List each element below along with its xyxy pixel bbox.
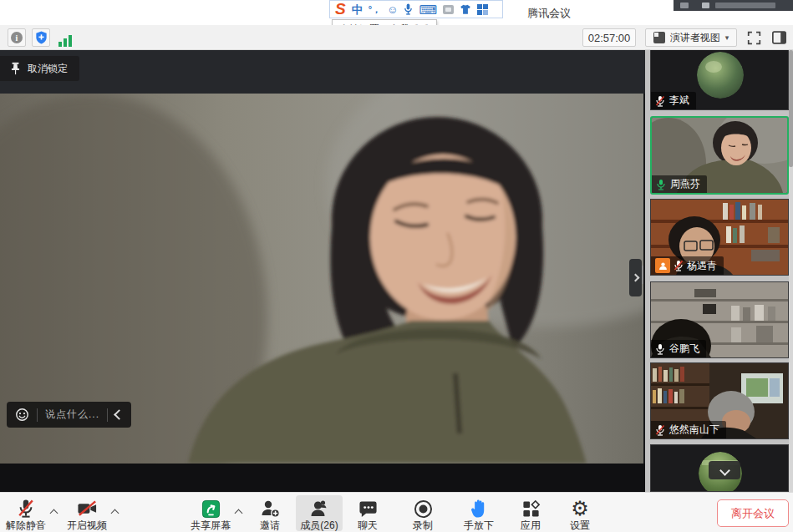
toolbox-grid-icon[interactable] [477, 4, 488, 15]
mic-on-icon [655, 343, 665, 355]
unmute-label: 解除静音 [6, 519, 46, 531]
video-options-chevron[interactable] [112, 504, 118, 519]
mic-muted-icon [655, 424, 665, 436]
background-window-fragment [674, 0, 793, 11]
invite-icon [260, 499, 280, 519]
ime-toolbar[interactable]: S 中 °， ☺ ⌨ [329, 0, 503, 18]
screen-share-icon [201, 499, 221, 519]
settings-label: 设置 [570, 519, 590, 531]
chat-icon [358, 499, 378, 519]
chevron-down-icon: ▾ [725, 33, 729, 42]
avatar [697, 52, 744, 99]
participant-tile[interactable]: 杨遇青 [650, 199, 789, 276]
members-icon [309, 499, 329, 519]
settings-button[interactable]: ⚙ 设置 [557, 495, 603, 531]
caption-input-bar[interactable]: 说点什么... [7, 402, 131, 428]
apps-label: 应用 [521, 519, 541, 531]
participant-tile[interactable]: 悠然南山下 [650, 362, 789, 439]
scroll-more-participants-button[interactable] [709, 461, 740, 479]
participant-name: 杨遇青 [687, 259, 717, 273]
mic-active-icon [656, 179, 666, 190]
chat-label: 聊天 [358, 519, 378, 531]
desktop-top-strip: S 中 °， ☺ ⌨ 个性设置，点我看看 腾讯会议 [0, 0, 793, 25]
share-screen-label: 共享屏幕 [191, 519, 231, 531]
punctuation-icon[interactable]: °， [369, 5, 381, 14]
bottom-toolbar: 解除静音 开启视频 共享屏幕 [0, 492, 793, 532]
chevron-right-icon [632, 274, 640, 282]
mic-muted-icon [655, 95, 665, 107]
invite-button[interactable]: 邀请 [247, 495, 293, 531]
keyboard-icon[interactable]: ⌨ [419, 3, 437, 16]
view-mode-label: 演讲者视图 [670, 31, 720, 45]
layout-icon [653, 32, 665, 43]
unpin-label: 取消锁定 [28, 62, 68, 76]
record-label: 录制 [413, 519, 433, 531]
disabled-tool-icon[interactable] [443, 5, 454, 14]
start-video-label: 开启视频 [67, 519, 107, 531]
chat-button[interactable]: 聊天 [344, 495, 391, 531]
record-button[interactable]: 录制 [399, 495, 446, 531]
record-icon [414, 499, 433, 519]
unmute-button[interactable]: 解除静音 [3, 495, 49, 531]
apps-icon [521, 499, 541, 519]
lower-hand-button[interactable]: 手放下 [455, 495, 502, 531]
chinese-mode-icon[interactable]: 中 [352, 4, 363, 15]
security-shield-icon[interactable] [32, 28, 50, 47]
participant-tile[interactable]: 李斌 [650, 50, 789, 110]
collapse-caption-icon[interactable] [114, 409, 125, 420]
participant-sidebar: 李斌 [645, 50, 793, 492]
emoji-smiley-icon[interactable] [15, 408, 29, 422]
members-button[interactable]: 成员(26) [296, 495, 343, 531]
sogou-logo-icon[interactable]: S [335, 1, 346, 17]
caption-placeholder[interactable]: 说点什么... [45, 408, 99, 422]
main-content: 取消锁定 说点什么... [0, 50, 793, 492]
video-letterbox-bottom [0, 464, 645, 492]
participant-name: 悠然南山下 [669, 423, 719, 437]
invite-label: 邀请 [260, 519, 280, 531]
view-mode-button[interactable]: 演讲者视图 ▾ [645, 28, 737, 47]
share-options-chevron[interactable] [236, 504, 241, 519]
meeting-timer: 02:57:00 [582, 28, 636, 47]
hand-icon [470, 499, 488, 519]
sidebar-collapse-tab[interactable] [629, 259, 642, 296]
share-screen-button[interactable]: 共享屏幕 [187, 495, 234, 531]
emoji-icon[interactable]: ☺ [387, 4, 398, 15]
leave-meeting-button[interactable]: 离开会议 [717, 499, 789, 527]
apps-button[interactable]: 应用 [507, 495, 554, 531]
skin-tshirt-icon[interactable] [460, 4, 471, 15]
meeting-info-icon[interactable]: i [8, 28, 26, 47]
mic-off-icon [17, 499, 35, 519]
participant-name: 李斌 [669, 94, 689, 108]
sidebar-scrollbar[interactable] [789, 50, 793, 492]
main-speaker-video: 取消锁定 说点什么... [0, 50, 645, 492]
lower-hand-label: 手放下 [464, 519, 494, 531]
participant-tile[interactable]: 谷鹏飞 [650, 281, 789, 358]
members-label: 成员(26) [300, 519, 338, 531]
participant-name: 周燕芬 [670, 177, 700, 191]
network-signal-icon [56, 28, 74, 47]
camera-off-icon [77, 499, 98, 519]
meeting-toolbar: i 02:57:00 演讲者视图 ▾ [0, 25, 793, 50]
mic-muted-icon [674, 260, 684, 271]
participant-name: 谷鹏飞 [669, 342, 699, 356]
pushpin-icon [10, 62, 21, 75]
video-letterbox-top [0, 50, 645, 94]
divider [37, 408, 38, 422]
gear-icon: ⚙ [571, 499, 589, 519]
mic-options-chevron[interactable] [51, 504, 57, 519]
unpin-button[interactable]: 取消锁定 [0, 56, 79, 81]
divider [107, 408, 108, 422]
side-panel-toggle-button[interactable] [769, 28, 789, 47]
start-video-button[interactable]: 开启视频 [64, 495, 110, 531]
participant-tile-active-speaker[interactable]: 周燕芬 [650, 116, 789, 195]
app-title: 腾讯会议 [527, 6, 571, 21]
fullscreen-button[interactable] [743, 28, 765, 47]
host-badge-icon [655, 258, 670, 273]
voice-input-icon[interactable] [404, 3, 413, 15]
